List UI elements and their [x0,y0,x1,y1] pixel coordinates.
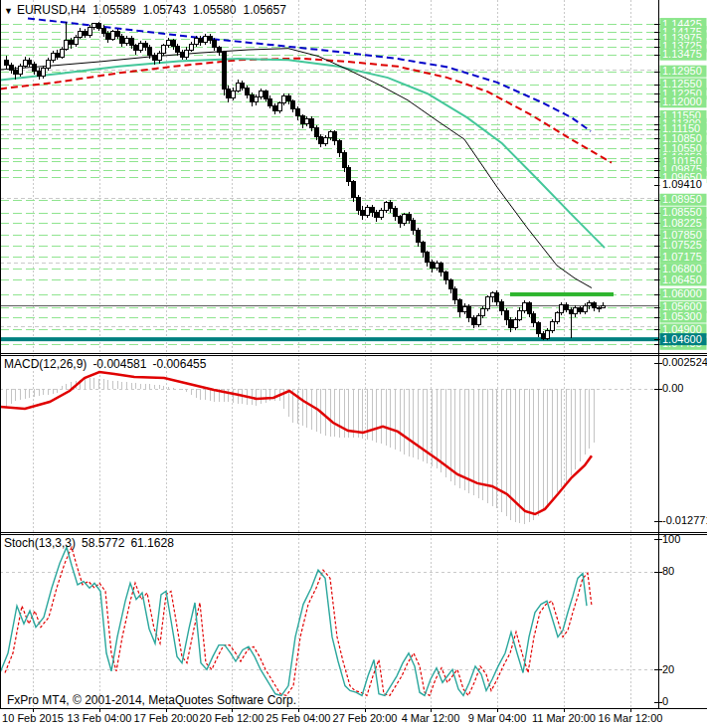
macd-pane[interactable] [0,355,658,532]
price-scale[interactable] [658,0,707,708]
macd-name: MACD(12,26,9) [4,357,87,371]
chart-header: ▼EURUSD,H41.055891.057431.055801.05657 [4,3,286,17]
close-value: 1.05657 [243,3,285,17]
mt4-chart-window: 1.144251.141751.139751.137251.134751.129… [0,0,707,728]
main-chart-pane[interactable] [0,0,658,353]
stoch-value-1: 58.5772 [82,536,124,550]
stoch-pane[interactable] [0,534,658,708]
macd-value-2: -0.006455 [152,357,206,371]
stoch-indicator-label: Stoch(13,3,3)58.577261.1628 [4,536,174,550]
time-scale[interactable] [0,708,707,728]
open-value: 1.05589 [92,3,135,17]
stoch-value-2: 61.1628 [130,536,173,550]
high-value: 1.05743 [143,3,186,17]
macd-indicator-label: MACD(12,26,9)-0.004581-0.006455 [4,357,206,371]
symbol-dropdown-icon[interactable]: ▼ [4,6,13,16]
macd-value-1: -0.004581 [92,357,146,371]
copyright-label: FxPro MT4, © 2001-2014, MetaQuotes Softw… [7,693,296,707]
symbol-period-label: EURUSD,H4 [17,3,86,17]
stoch-name: Stoch(13,3,3) [4,536,76,550]
low-value: 1.05580 [193,3,236,17]
